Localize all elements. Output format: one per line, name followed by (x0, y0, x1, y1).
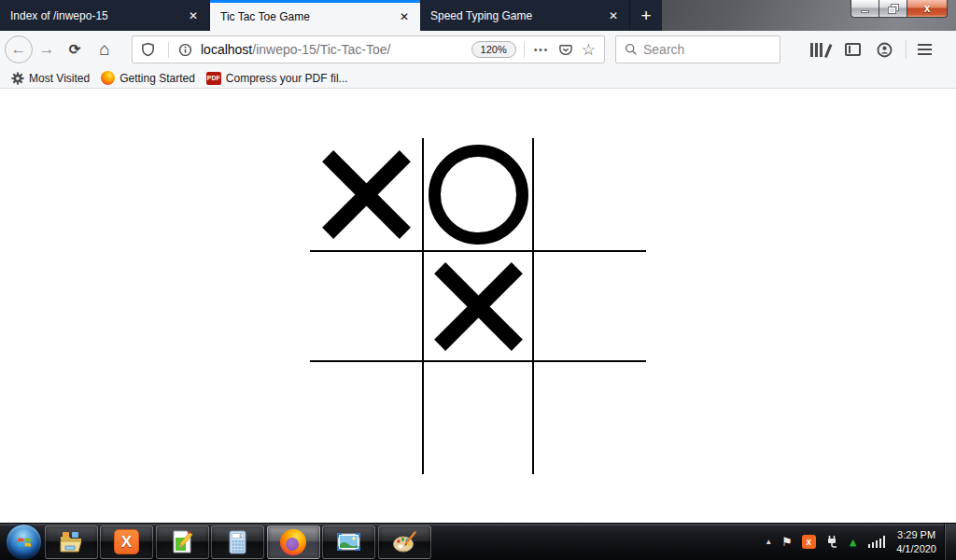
close-icon: x (924, 2, 931, 15)
x-mark (322, 150, 410, 238)
tab-bar: Index of /inwepo-15 ✕ Tic Tac Toe Game ✕… (0, 0, 956, 31)
tab-index-of-inwepo[interactable]: Index of /inwepo-15 ✕ (0, 0, 210, 31)
o-mark (429, 145, 528, 245)
calculator-icon: 0 (229, 530, 246, 554)
x-mark (434, 262, 522, 350)
search-input[interactable] (643, 42, 755, 57)
bookmark-label: Most Visited (29, 72, 90, 85)
site-info-icon[interactable] (178, 43, 192, 57)
action-center-flag-icon[interactable]: ⚑ (781, 535, 793, 549)
board-cell[interactable] (310, 362, 422, 474)
restore-button[interactable] (879, 0, 907, 18)
new-tab-button[interactable]: + (630, 0, 662, 31)
taskbar-paint-button[interactable] (378, 525, 431, 559)
pdf-icon: PDF (206, 72, 221, 85)
taskbar-clock[interactable]: 3:29 PM 4/1/2020 (896, 528, 936, 556)
safely-remove-hardware-icon[interactable] (825, 535, 838, 549)
tracking-protection-shield-icon[interactable] (141, 42, 155, 57)
close-button[interactable]: x (907, 0, 948, 18)
taskbar-calculator-button[interactable]: 0 (211, 525, 264, 559)
start-button[interactable] (6, 524, 42, 560)
taskbar-photo-viewer-button[interactable] (322, 525, 375, 559)
library-icon[interactable] (810, 43, 829, 57)
board-cell[interactable] (534, 250, 646, 362)
xampp-tray-icon[interactable]: x (802, 535, 816, 549)
menu-icon[interactable] (918, 44, 932, 56)
bookmark-most-visited[interactable]: Most Visited (11, 72, 90, 85)
tab-title: Index of /inwepo-15 (10, 9, 183, 22)
pocket-icon[interactable] (558, 43, 573, 57)
board-cell[interactable] (422, 250, 534, 362)
bookmark-label: Compress your PDF fil... (226, 72, 348, 85)
home-button[interactable]: ⌂ (91, 35, 119, 63)
graphics-utility-tray-icon[interactable]: ▲ (848, 536, 859, 549)
toolbar-divider (906, 40, 907, 59)
page-content (0, 90, 956, 523)
paint-icon (392, 531, 417, 553)
forward-button[interactable]: → (33, 35, 61, 63)
bookmarks-bar: Most Visited Getting Started PDF Compres… (0, 68, 956, 89)
windows-explorer-icon (58, 531, 84, 553)
tab-close-icon[interactable]: ✕ (603, 6, 624, 26)
taskbar-xampp-button[interactable]: X (100, 525, 153, 559)
sidebar-icon[interactable] (845, 43, 861, 56)
tab-tic-tac-toe[interactable]: Tic Tac Toe Game ✕ (210, 0, 420, 31)
bookmark-star-icon[interactable]: ☆ (582, 40, 596, 60)
board-cell[interactable] (422, 138, 534, 250)
network-signal-icon[interactable] (868, 536, 886, 548)
bookmark-getting-started[interactable]: Getting Started (101, 71, 195, 85)
back-button[interactable]: ← (5, 35, 33, 63)
tab-title: Speed Typing Game (430, 9, 603, 22)
bookmark-compress-pdf[interactable]: PDF Compress your PDF fil... (206, 72, 348, 85)
window-controls: x (851, 0, 948, 18)
taskbar-firefox-button[interactable] (267, 525, 320, 559)
show-hidden-icons-button[interactable]: ▲ (765, 538, 772, 546)
windows-logo-icon (16, 535, 33, 550)
minimize-icon (861, 10, 869, 13)
url-path: /inwepo-15/Tic-Tac-Toe/ (252, 42, 390, 57)
clock-date: 4/1/2020 (896, 543, 936, 554)
zoom-level-badge[interactable]: 120% (471, 41, 516, 58)
url-text: localhost/inwepo-15/Tic-Tac-Toe/ (201, 42, 466, 57)
minimize-button[interactable] (851, 0, 879, 18)
xampp-icon: X (114, 529, 139, 554)
show-desktop-button[interactable] (944, 524, 956, 560)
tab-speed-typing[interactable]: Speed Typing Game ✕ (420, 0, 630, 31)
board-cell[interactable] (310, 138, 422, 250)
tic-tac-toe-board (310, 138, 646, 474)
notepad-plus-plus-icon (171, 529, 193, 554)
tab-title: Tic Tac Toe Game (220, 10, 394, 23)
board-cell[interactable] (310, 250, 422, 362)
board-cell[interactable] (422, 362, 534, 474)
tab-close-icon[interactable]: ✕ (183, 6, 204, 26)
clock-time: 3:29 PM (897, 529, 935, 540)
bookmark-label: Getting Started (120, 72, 195, 85)
urlbar-divider (168, 42, 169, 58)
firefox-icon (101, 71, 115, 85)
account-icon[interactable] (877, 42, 893, 58)
gear-icon (11, 72, 24, 85)
windows-taskbar: X 0 (0, 523, 956, 560)
navigation-toolbar: ← → ⟳ ⌂ localhost/inwepo-15/Tic-Tac-Toe/… (0, 31, 956, 68)
board-cell[interactable] (534, 362, 646, 474)
taskbar-notepad-plus-plus-button[interactable] (156, 525, 209, 559)
photo-viewer-icon (336, 532, 361, 552)
urlbar-divider (524, 42, 525, 58)
page-actions-icon[interactable]: ••• (534, 44, 549, 55)
search-bar[interactable] (615, 35, 780, 63)
tab-close-icon[interactable]: ✕ (394, 7, 415, 27)
url-bar[interactable]: localhost/inwepo-15/Tic-Tac-Toe/ 120% ••… (132, 35, 605, 63)
board-cell[interactable] (534, 138, 646, 250)
firefox-icon (280, 529, 306, 555)
taskbar-windows-explorer-button[interactable] (45, 525, 98, 559)
system-tray: ▲ ⚑ x ▲ 3:29 PM 4/1/2020 (765, 524, 956, 560)
reload-button[interactable]: ⟳ (61, 35, 89, 63)
search-icon (625, 43, 638, 56)
url-host: localhost (201, 42, 252, 57)
restore-icon (889, 5, 898, 13)
